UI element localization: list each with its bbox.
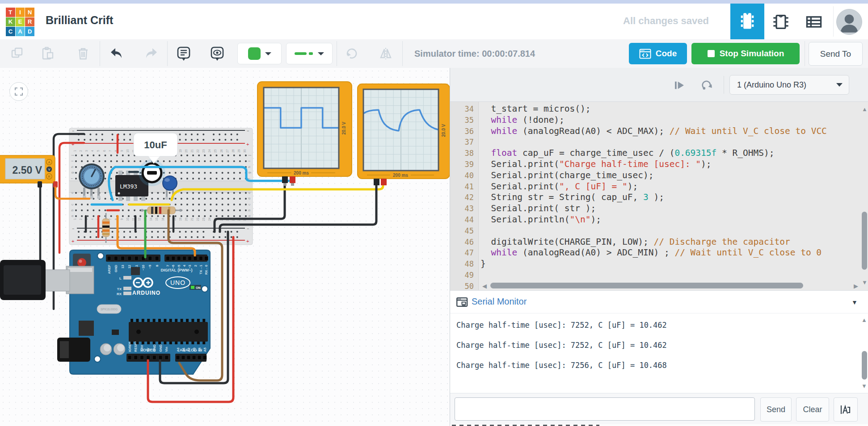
code-scroll-left-arrow[interactable]: ◀ [482, 283, 487, 289]
toolbar-separator [337, 41, 337, 66]
undo-button[interactable] [109, 46, 125, 62]
chip-label: LM393 [120, 183, 137, 190]
logo-tile: A [16, 27, 25, 36]
svg-text:12: 12 [138, 217, 141, 221]
code-window-icon [639, 49, 651, 59]
svg-text:d: d [247, 198, 251, 200]
code-editor[interactable]: 3435363738394041424344454647484950 t_sta… [450, 102, 868, 290]
breadboard-view-button[interactable] [730, 4, 764, 39]
svg-text:h: h [70, 166, 74, 168]
edit-toolbar: Simulator time: 00:00:07.814 Code Stop S… [0, 39, 868, 68]
code-line-number: 40 [450, 170, 478, 181]
stop-simulation-button[interactable]: Stop Simulation [691, 43, 800, 64]
oscilloscope-2[interactable]: 200 ms 20.0 V [358, 84, 450, 185]
code-button[interactable]: Code [629, 43, 687, 64]
svg-text:25: 25 [214, 149, 217, 153]
board-selector-dropdown[interactable]: 1 (Arduino Uno R3) [729, 75, 849, 95]
logo-tile: T [6, 8, 15, 17]
serial-input-row: Send Clear [450, 393, 868, 424]
svg-text:c: c [70, 204, 74, 205]
mode-amps-button[interactable]: A [48, 161, 51, 164]
notes-button[interactable] [176, 46, 192, 62]
svg-text:6: 6 [103, 150, 106, 152]
schematic-view-button[interactable] [771, 12, 791, 32]
code-scroll-down-arrow[interactable]: ▼ [862, 280, 868, 285]
serial-text-plot-toggle[interactable] [834, 397, 858, 422]
component-visibility-button[interactable] [209, 46, 225, 62]
svg-text:4: 4 [91, 150, 94, 152]
rotate-button[interactable] [344, 46, 360, 62]
serial-vscroll-thumb[interactable] [862, 351, 867, 380]
svg-text:h: h [247, 166, 251, 168]
reset-button[interactable] [77, 258, 86, 267]
serial-scroll-down-arrow[interactable]: ▼ [861, 383, 867, 389]
svg-text:30: 30 [243, 149, 246, 153]
svg-text:20: 20 [185, 149, 188, 153]
code-line: Serial.print(", C [uF] = "); [480, 181, 861, 192]
serial-input[interactable] [455, 397, 755, 421]
rail-plus-label: + [246, 142, 249, 147]
user-avatar[interactable] [836, 9, 862, 35]
logo-tile: I [16, 8, 25, 17]
code-line: while (!done); [480, 115, 861, 126]
mode-volts-button[interactable]: V [48, 168, 51, 171]
step-debug-button[interactable] [673, 79, 686, 92]
multimeter[interactable]: 2.50 V A V R [0, 155, 58, 188]
serial-monitor-header[interactable]: Serial Monitor ▼ [450, 290, 868, 313]
svg-text:7: 7 [166, 265, 170, 267]
arduino-brand: ARDUINO [132, 290, 160, 296]
svg-text:26: 26 [220, 149, 223, 153]
multimeter-black-probe [38, 181, 42, 188]
code-line-number: 42 [450, 192, 478, 203]
panel-toolbar-separator [724, 76, 724, 94]
tinkercad-logo[interactable]: TINKERCAD [6, 8, 34, 36]
svg-text:22: 22 [196, 149, 199, 153]
code-scroll-right-arrow[interactable]: ▶ [854, 283, 858, 289]
wire-style-dropdown[interactable] [286, 43, 333, 64]
code-line-number: 37 [450, 137, 478, 148]
paste-button[interactable] [40, 46, 56, 62]
analog-header[interactable] [175, 354, 206, 362]
code-lines[interactable]: t_start = micros(); while (!done); while… [480, 102, 861, 290]
flip-button[interactable] [378, 46, 394, 62]
document-title[interactable]: Brilliant Crift [46, 14, 113, 27]
svg-text:AREF: AREF [107, 265, 111, 274]
svg-text:9: 9 [120, 150, 123, 152]
simulator-time: Simulator time: 00:00:07.814 [414, 49, 535, 59]
serial-collapse-caret[interactable]: ▼ [851, 299, 858, 306]
circuit-drawing[interactable]: − − + + − − + + 112233445566778899101011… [0, 68, 450, 426]
serial-scroll-up-arrow[interactable]: ▲ [861, 317, 867, 323]
oscilloscope-1[interactable]: 200 ms 20.0 V [257, 82, 352, 186]
delete-button[interactable] [75, 46, 91, 62]
circuit-canvas[interactable]: − − + + − − + + 112233445566778899101011… [0, 68, 450, 426]
code-line-number: 47 [450, 247, 478, 259]
rail-minus-label: − [247, 226, 249, 231]
code-line: t_start = micros(); [480, 104, 861, 115]
wire-color-dropdown[interactable] [237, 43, 282, 64]
code-hscroll-thumb[interactable] [490, 283, 803, 288]
copy-button[interactable] [9, 46, 25, 62]
serial-clear-button[interactable]: Clear [796, 397, 829, 422]
svg-text:16: 16 [161, 217, 164, 221]
serial-send-button[interactable]: Send [760, 397, 792, 422]
svg-text:20: 20 [185, 217, 188, 221]
code-line [480, 137, 861, 148]
svg-text:19: 19 [179, 149, 182, 153]
code-line-number: 39 [450, 159, 478, 170]
svg-text:RX←0: RX←0 [204, 265, 208, 275]
electrolytic-capacitor-10uF[interactable] [139, 159, 165, 186]
code-scroll-up-arrow[interactable]: ▲ [862, 106, 868, 112]
send-to-button[interactable]: Send To [809, 42, 863, 66]
svg-text:9: 9 [120, 218, 123, 220]
code-line: Serial.print( str ); [480, 203, 861, 214]
mode-resistance-button[interactable]: R [48, 175, 50, 178]
restart-simulation-button[interactable] [700, 79, 714, 92]
code-vscroll-thumb[interactable] [862, 212, 867, 270]
clear-label: Clear [803, 405, 822, 414]
code-line-number: 49 [450, 270, 478, 281]
redo-button[interactable] [143, 46, 159, 62]
crystal-label: SPK16.000G [101, 308, 118, 311]
component-list-button[interactable] [804, 12, 824, 32]
serial-monitor-output[interactable]: Charge half-time [usec]: 7252, C [uF] = … [450, 313, 868, 393]
code-button-label: Code [656, 49, 677, 58]
